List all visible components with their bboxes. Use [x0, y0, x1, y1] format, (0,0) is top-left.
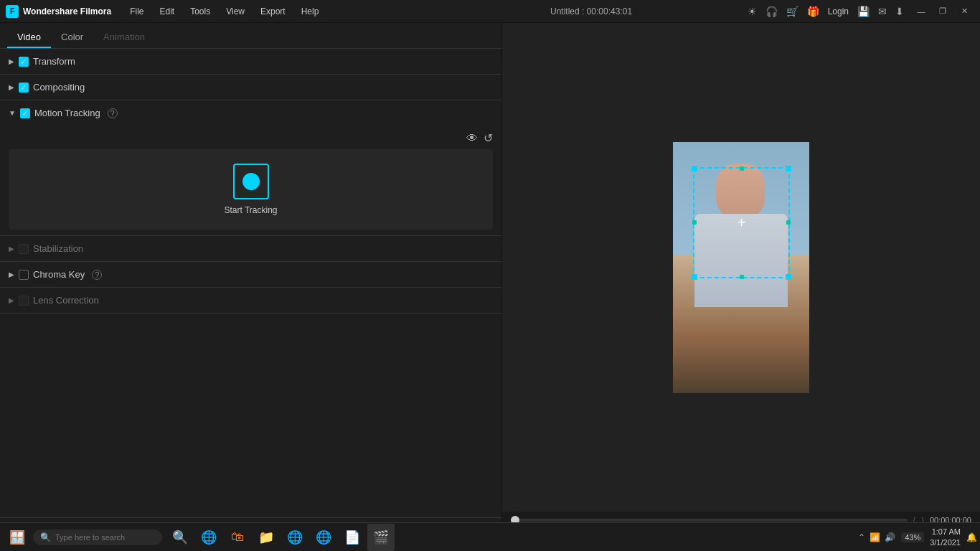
stabilization-header[interactable]: ▶ Stabilization	[0, 236, 501, 261]
app-logo: F Wondershare Filmora	[6, 5, 111, 18]
taskbar-edge-app[interactable]: 🌐	[195, 524, 222, 551]
compositing-checkbox[interactable]: ✓	[19, 83, 29, 93]
search-input[interactable]	[55, 533, 149, 542]
corner-tr[interactable]	[786, 166, 791, 171]
login-button[interactable]: Login	[828, 6, 849, 17]
corner-bl[interactable]	[692, 274, 697, 280]
app-name: Wondershare Filmora	[23, 6, 111, 17]
notification-icon[interactable]: 🔔	[966, 532, 977, 542]
sound-icon[interactable]: 🔊	[885, 532, 895, 542]
menu-edit[interactable]: Edit	[152, 4, 182, 19]
tracking-icon	[233, 164, 269, 199]
menubar: File Edit Tools View Export Help	[123, 4, 435, 19]
search-app-icon: 🔍	[172, 529, 188, 545]
brightness-icon[interactable]: ☀	[748, 6, 757, 17]
stabilization-chevron: ▶	[9, 245, 14, 253]
gift-icon[interactable]: 🎁	[807, 6, 819, 17]
download-icon[interactable]: ⬇	[895, 6, 904, 17]
chroma-key-section: ▶ Chroma Key ?	[0, 262, 501, 288]
taskbar-files-app[interactable]: 📁	[253, 524, 280, 551]
taskbar: 🪟 🔍 🔍 🌐 🛍 📁 🌐 🌐 📄 🎬 ⌃ 📶 🔊 43% 1:07 AM 3/…	[0, 522, 980, 551]
compositing-header[interactable]: ▶ ✓ Compositing	[0, 75, 501, 100]
chroma-key-help-icon[interactable]: ?	[92, 270, 102, 280]
cart-icon[interactable]: 🛒	[786, 6, 798, 17]
menu-view[interactable]: View	[219, 4, 252, 19]
midpoint-right[interactable]	[786, 220, 791, 225]
tracking-eye-button[interactable]: 👁	[466, 131, 478, 145]
word-icon: 📄	[344, 529, 360, 545]
taskbar-chrome-app[interactable]: 🌐	[281, 524, 308, 551]
properties-panel: Video Color Animation ▶ ✓ Transform ▶ ✓ …	[0, 23, 502, 551]
maximize-button[interactable]: ❐	[933, 1, 953, 22]
taskbar-filmora-app[interactable]: 🎬	[367, 524, 395, 551]
motion-tracking-chevron: ▼	[9, 109, 16, 117]
properties-list: ▶ ✓ Transform ▶ ✓ Compositing ▼ ✓ Motion	[0, 49, 501, 517]
transform-checkbox[interactable]: ✓	[19, 57, 29, 67]
motion-tracking-label: Motion Tracking	[34, 108, 100, 118]
preview-area: +	[502, 23, 980, 512]
logo-icon: F	[6, 5, 19, 18]
lens-correction-header[interactable]: ▶ Lens Correction	[0, 288, 501, 313]
taskbar-search-app[interactable]: 🔍	[166, 524, 194, 551]
clock-time: 1:07 AM	[930, 527, 961, 537]
window-title: Untitled : 00:00:43:01	[435, 6, 747, 17]
menu-file[interactable]: File	[123, 4, 151, 19]
clock-display[interactable]: 1:07 AM 3/1/2021	[930, 527, 961, 547]
corner-br[interactable]	[786, 274, 791, 280]
menu-help[interactable]: Help	[294, 4, 326, 19]
main-content: Video Color Animation ▶ ✓ Transform ▶ ✓ …	[0, 23, 980, 551]
chroma-key-checkbox[interactable]	[19, 270, 29, 280]
minimize-button[interactable]: —	[911, 1, 931, 22]
lens-correction-chevron: ▶	[9, 296, 14, 304]
menu-export[interactable]: Export	[253, 4, 293, 19]
edge-icon: 🌐	[201, 529, 217, 545]
chroma-key-header[interactable]: ▶ Chroma Key ?	[0, 262, 501, 287]
motion-tracking-help-icon[interactable]: ?	[108, 108, 118, 118]
motion-tracking-section: ▼ ✓ Motion Tracking ? 👁 ↺	[0, 100, 501, 236]
chrome2-icon: 🌐	[316, 529, 331, 545]
transform-section: ▶ ✓ Transform	[0, 49, 501, 75]
headphone-icon[interactable]: 🎧	[765, 6, 778, 17]
tracking-content: 👁 ↺ Start Tracking	[0, 126, 501, 235]
tracking-reset-button[interactable]: ↺	[484, 131, 493, 145]
taskbar-chrome2-app[interactable]: 🌐	[310, 524, 337, 551]
start-button[interactable]: 🪟	[3, 523, 32, 552]
corner-tl[interactable]	[692, 166, 697, 171]
motion-tracking-checkbox[interactable]: ✓	[20, 108, 30, 118]
compositing-chevron: ▶	[9, 83, 14, 91]
lens-correction-section: ▶ Lens Correction	[0, 288, 501, 314]
menu-tools[interactable]: Tools	[183, 4, 217, 19]
tracking-overlay-box[interactable]: +	[693, 167, 790, 278]
start-tracking-button[interactable]: Start Tracking	[224, 164, 277, 215]
chroma-key-chevron: ▶	[9, 270, 14, 278]
taskbar-apps: 🔍 🌐 🛍 📁 🌐 🌐 📄 🎬	[166, 524, 395, 551]
tracking-crosshair: +	[738, 215, 746, 231]
clock-date: 3/1/2021	[930, 537, 961, 547]
stabilization-label: Stabilization	[33, 243, 83, 254]
close-button[interactable]: ✕	[954, 1, 974, 22]
filmora-taskbar-icon: 🎬	[373, 529, 389, 545]
scrubber-bar[interactable]	[511, 519, 908, 522]
tab-video[interactable]: Video	[7, 27, 51, 48]
transform-label: Transform	[33, 56, 75, 67]
tracking-area: Start Tracking	[9, 149, 493, 230]
taskbar-store-app[interactable]: 🛍	[224, 524, 251, 551]
transform-header[interactable]: ▶ ✓ Transform	[0, 49, 501, 74]
compositing-section: ▶ ✓ Compositing	[0, 75, 501, 100]
system-tray: ⌃ 📶 🔊	[858, 532, 895, 542]
search-bar[interactable]: 🔍	[33, 529, 162, 545]
mail-icon[interactable]: ✉	[878, 6, 887, 17]
battery-area: 43%	[901, 532, 924, 542]
tray-up-icon[interactable]: ⌃	[858, 532, 865, 542]
midpoint-top[interactable]	[740, 166, 744, 171]
stabilization-checkbox	[19, 244, 29, 254]
midpoint-bottom[interactable]	[740, 275, 744, 279]
midpoint-left[interactable]	[692, 220, 697, 225]
search-icon: 🔍	[40, 532, 51, 542]
stabilization-section: ▶ Stabilization	[0, 236, 501, 262]
motion-tracking-header[interactable]: ▼ ✓ Motion Tracking ?	[0, 100, 501, 126]
taskbar-word-app[interactable]: 📄	[339, 524, 366, 551]
network-icon[interactable]: 📶	[870, 532, 880, 542]
tab-color[interactable]: Color	[51, 27, 93, 48]
save-icon[interactable]: 💾	[857, 6, 870, 17]
